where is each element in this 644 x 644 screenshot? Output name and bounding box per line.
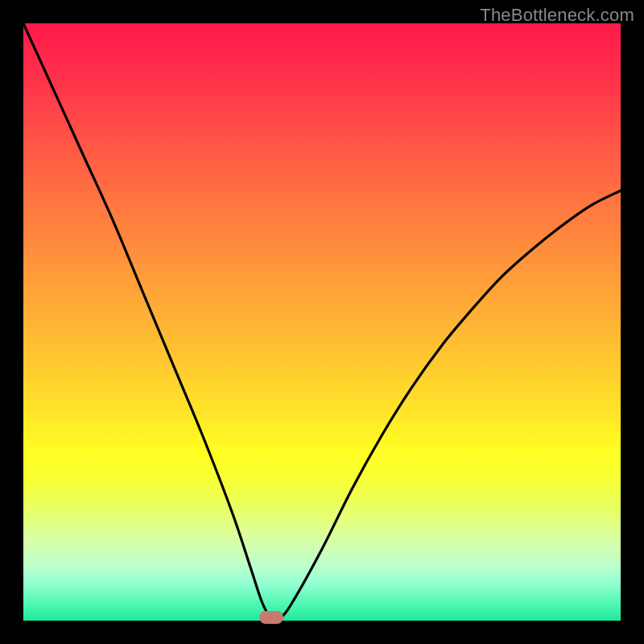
chart-frame: TheBottleneck.com (0, 0, 644, 644)
plot-area (23, 23, 621, 621)
bottleneck-curve (23, 23, 621, 621)
optimal-point-marker (259, 611, 283, 624)
